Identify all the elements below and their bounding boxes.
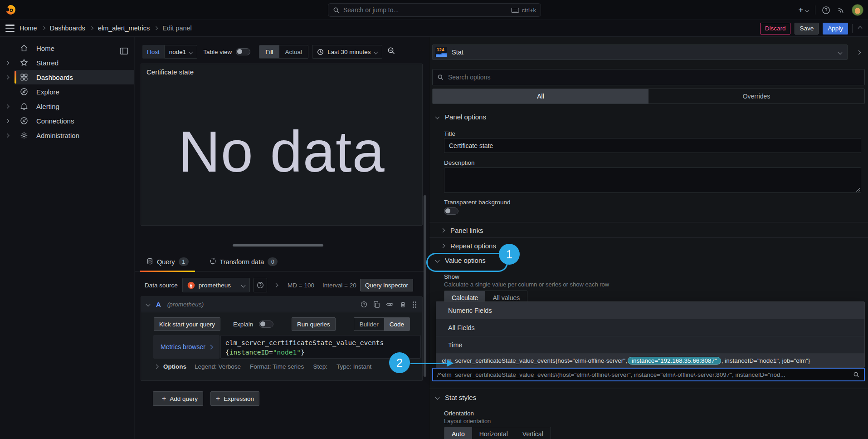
delete-query-icon[interactable]	[400, 301, 406, 308]
duplicate-query-icon[interactable]	[373, 301, 380, 308]
global-search-input[interactable]	[343, 6, 507, 14]
fill-option[interactable]: Fill	[259, 45, 279, 58]
metrics-browser-button[interactable]: Metrics browser	[153, 335, 219, 359]
save-button[interactable]: Save	[795, 23, 819, 35]
zoom-out-icon[interactable]	[387, 47, 395, 57]
run-queries-button[interactable]: Run queries	[292, 317, 336, 331]
panel-description-input[interactable]	[444, 168, 861, 193]
drag-handle-icon[interactable]	[412, 301, 417, 308]
variable-host-value-dropdown[interactable]: node1	[164, 45, 198, 59]
section-stat-styles[interactable]: Stat styles	[436, 394, 476, 401]
query-row-header[interactable]: A (prometheus)	[141, 297, 422, 312]
menu-group-time[interactable]: Time	[436, 336, 864, 354]
datasource-help-button[interactable]	[254, 278, 267, 292]
sidebar-item-connections[interactable]: Connections	[0, 113, 134, 128]
chevron-right-icon[interactable]	[5, 133, 10, 138]
actual-option[interactable]: Actual	[279, 45, 308, 58]
explain-toggle[interactable]	[259, 321, 273, 328]
menu-option-series[interactable]: elm_server_certificateState_value_events…	[436, 354, 864, 367]
main-scrollbar-thumb[interactable]	[424, 195, 426, 377]
chevron-right-icon	[441, 244, 445, 248]
panel-title-input[interactable]	[444, 138, 861, 153]
query-editor-card: A (prometheus)	[141, 296, 423, 381]
section-panel-options[interactable]: Panel options	[436, 113, 486, 121]
collapse-options-pane-button[interactable]	[853, 47, 864, 58]
discard-button[interactable]: Discard	[760, 23, 791, 35]
orientation-vertical[interactable]: Vertical	[515, 427, 551, 439]
breadcrumb-dashboard-name[interactable]: elm_alert_metrics	[98, 25, 150, 32]
options-search[interactable]	[432, 69, 865, 85]
builder-option[interactable]: Builder	[354, 318, 384, 330]
edit-panel-main: Host node1 Table view Fill Actual Last 3…	[135, 37, 429, 439]
sidebar-item-starred[interactable]: Starred	[0, 55, 134, 70]
time-range-label: Last 30 minutes	[327, 49, 371, 55]
chevron-down-icon[interactable]	[146, 302, 151, 307]
divider	[815, 5, 815, 15]
tab-transform-data[interactable]: Transform data 0	[203, 252, 284, 271]
add-expression-button[interactable]: + Expression	[210, 391, 259, 406]
transparent-bg-toggle[interactable]	[444, 207, 458, 215]
chevron-down-icon	[838, 50, 843, 54]
orientation-switch: Auto Horizontal Vertical	[444, 427, 551, 439]
dock-menu-icon[interactable]	[120, 47, 129, 55]
sidebar-item-dashboards[interactable]: Dashboards	[0, 70, 134, 84]
field-filter-input[interactable]	[437, 371, 849, 378]
sidebar-item-home[interactable]: Home	[0, 41, 134, 55]
chevron-right-icon[interactable]	[5, 104, 10, 109]
menu-group-all-fields[interactable]: All Fields	[436, 319, 864, 336]
section-repeat-options[interactable]: Repeat options	[441, 242, 496, 250]
new-menu-button[interactable]: +	[798, 5, 809, 15]
help-icon[interactable]	[822, 6, 830, 15]
tab-overrides[interactable]: Overrides	[649, 89, 864, 104]
chevron-right-icon	[154, 365, 159, 369]
time-range-picker[interactable]: Last 30 minutes	[312, 45, 382, 59]
sidebar-item-administration[interactable]: Administration	[0, 128, 134, 143]
datasource-picker[interactable]: prometheus	[182, 278, 250, 292]
breadcrumb-dashboards[interactable]: Dashboards	[50, 25, 85, 32]
code-option[interactable]: Code	[384, 318, 410, 330]
chevron-right-icon[interactable]	[5, 118, 10, 123]
search-icon	[853, 371, 860, 378]
promql-code-editor[interactable]: elm_server_certificateState_value_events…	[220, 335, 421, 359]
orientation-auto[interactable]: Auto	[444, 427, 472, 439]
sidebar-item-explore[interactable]: Explore	[0, 84, 134, 99]
shortcut-hint: ctrl+k	[511, 7, 536, 14]
orientation-horizontal[interactable]: Horizontal	[472, 427, 515, 439]
disable-query-icon[interactable]	[386, 301, 394, 308]
chevron-right-icon[interactable]	[274, 283, 278, 287]
promql-line-1: elm_server_certificateState_value_events	[225, 338, 416, 348]
options-search-input[interactable]	[448, 74, 860, 81]
tab-all[interactable]: All	[433, 89, 649, 104]
menu-group-numeric-fields[interactable]: Numeric Fields	[436, 302, 864, 319]
section-panel-links[interactable]: Panel links	[441, 227, 483, 234]
section-label: Stat styles	[445, 394, 476, 401]
grafana-logo-icon[interactable]	[5, 4, 17, 16]
query-inspector-button[interactable]: Query inspector	[360, 279, 413, 291]
section-value-options[interactable]: Value options	[436, 256, 486, 264]
apply-button[interactable]: Apply	[823, 23, 848, 35]
visualization-picker[interactable]: 124 Stat	[432, 44, 848, 60]
kick-start-query-button[interactable]: Kick start your query	[154, 317, 220, 331]
editor-tabs: Query 1 Transform data 0	[135, 252, 424, 271]
query-help-icon[interactable]	[361, 301, 367, 308]
chevron-down-icon	[241, 283, 246, 287]
pane-resize-handle[interactable]	[233, 244, 323, 247]
global-search[interactable]: ctrl+k	[328, 3, 541, 17]
section-label: Repeat options	[450, 242, 496, 250]
chevron-right-icon[interactable]	[5, 60, 10, 65]
chevron-right-icon[interactable]	[5, 75, 10, 79]
menu-toggle-icon[interactable]	[5, 25, 15, 32]
divider	[429, 222, 868, 222]
breadcrumb-home[interactable]: Home	[20, 25, 37, 32]
user-avatar[interactable]	[852, 4, 863, 16]
query-datasource-hint: (prometheus)	[167, 301, 204, 308]
news-icon[interactable]	[837, 6, 845, 15]
query-options-summary[interactable]: Options Legend: Verbose Format: Time ser…	[155, 363, 410, 370]
tab-query[interactable]: Query 1	[140, 252, 195, 271]
variable-host-label[interactable]: Host	[142, 45, 164, 59]
add-query-button[interactable]: + + Add query	[153, 391, 203, 406]
sidebar-item-alerting[interactable]: Alerting	[0, 99, 134, 113]
collapse-header-icon[interactable]	[858, 26, 863, 31]
chevron-right-icon	[154, 26, 158, 30]
table-view-toggle[interactable]	[236, 48, 250, 55]
